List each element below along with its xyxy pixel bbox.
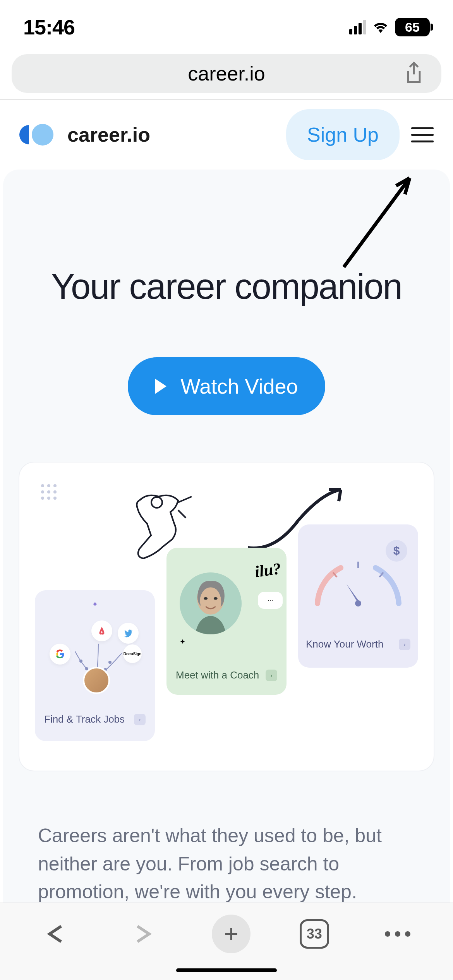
svg-point-3 xyxy=(80,660,82,662)
play-icon xyxy=(155,379,166,394)
back-button[interactable] xyxy=(36,915,75,953)
sparkle-icon: ✦ xyxy=(44,600,146,609)
svg-point-2 xyxy=(151,497,162,508)
find-track-jobs-label: Find & Track Jobs xyxy=(44,713,125,725)
body-copy: Careers aren't what they used to be, but… xyxy=(3,771,450,906)
cellular-signal-icon xyxy=(349,20,366,34)
url-bar[interactable]: career.io xyxy=(12,54,441,93)
battery-indicator: 65 xyxy=(395,18,430,36)
status-icons: 65 xyxy=(349,18,430,36)
meet-coach-card[interactable]: ilu? ··· ✦ Meet with a Coach › xyxy=(166,548,287,695)
coach-avatar xyxy=(180,572,242,634)
signup-button[interactable]: Sign Up xyxy=(286,109,400,160)
hamburger-menu-icon[interactable] xyxy=(411,127,434,142)
site-nav: career.io Sign Up xyxy=(0,100,453,170)
company-logo-airbnb-icon xyxy=(91,620,112,641)
watch-video-label: Watch Video xyxy=(180,374,298,398)
more-menu-button[interactable] xyxy=(378,915,417,953)
user-avatar xyxy=(83,667,110,694)
svg-point-0 xyxy=(32,124,53,146)
find-track-jobs-card[interactable]: ✦ DocuSign xyxy=(35,590,155,741)
new-tab-button[interactable]: + xyxy=(212,915,251,953)
more-dots-icon xyxy=(385,931,410,937)
company-logo-twitter-icon xyxy=(118,623,139,644)
hero-section: Your career companion Watch Video xyxy=(3,170,450,906)
script-annotation: ilu? xyxy=(254,559,282,581)
company-logo-google-icon xyxy=(50,644,70,665)
tabs-button[interactable]: 33 xyxy=(300,919,329,949)
share-icon[interactable] xyxy=(403,61,424,86)
chevron-right-icon: › xyxy=(266,670,277,681)
status-time: 15:46 xyxy=(23,15,75,39)
url-text: career.io xyxy=(188,62,265,85)
meet-coach-label: Meet with a Coach xyxy=(176,669,259,681)
logo[interactable]: career.io xyxy=(19,121,150,148)
chevron-right-icon: › xyxy=(134,714,146,725)
logo-text: career.io xyxy=(67,123,150,146)
watch-video-button[interactable]: Watch Video xyxy=(128,357,325,415)
know-worth-label: Know Your Worth xyxy=(306,638,383,650)
home-indicator[interactable] xyxy=(176,968,277,972)
speech-bubble-icon: ··· xyxy=(258,592,283,609)
chevron-right-icon: › xyxy=(399,639,410,650)
feature-cards: ✦ DocuSign xyxy=(19,462,434,771)
logo-mark-icon xyxy=(19,121,58,148)
wifi-icon xyxy=(372,19,390,36)
svg-point-9 xyxy=(204,597,208,600)
company-logo-docusign-icon: DocuSign xyxy=(123,644,142,663)
forward-button[interactable] xyxy=(124,915,163,953)
sparkle-icon: ✦ xyxy=(180,637,185,646)
hero-title: Your career companion xyxy=(3,266,450,307)
status-bar: 15:46 65 xyxy=(0,0,453,50)
svg-point-14 xyxy=(355,600,361,607)
know-worth-card[interactable]: $ Know Your Worth xyxy=(298,524,418,668)
svg-point-5 xyxy=(109,661,111,663)
svg-point-10 xyxy=(214,597,218,600)
gauge-icon xyxy=(306,545,410,615)
